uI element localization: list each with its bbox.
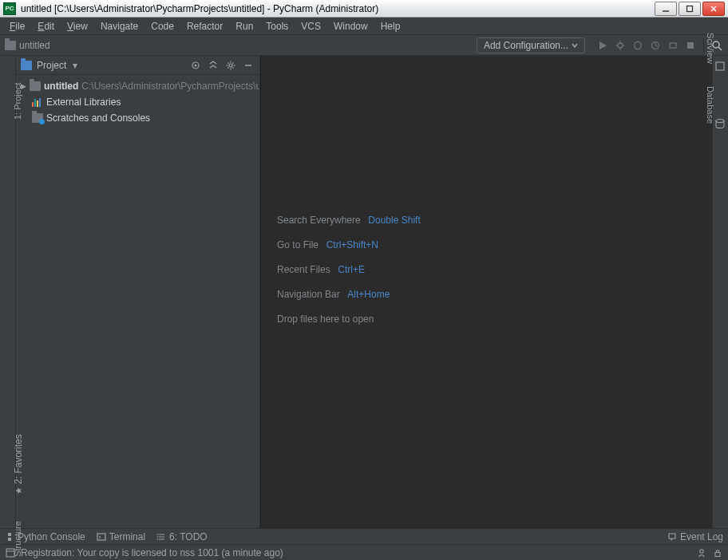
- profile-icon: [651, 41, 660, 50]
- project-header-folder-icon: [21, 61, 32, 70]
- collapse-icon: [208, 61, 218, 70]
- svg-point-34: [157, 534, 159, 535]
- tree-node-scratches[interactable]: Scratches and Consoles: [16, 110, 259, 126]
- gear-icon: [226, 61, 235, 70]
- close-button[interactable]: [702, 2, 725, 16]
- window-controls: [655, 2, 725, 16]
- svg-point-17: [195, 64, 197, 66]
- toolbar-separator: [703, 38, 704, 53]
- project-view-chevron-icon[interactable]: ▾: [73, 60, 77, 71]
- attach-button[interactable]: [667, 39, 679, 52]
- add-configuration-button[interactable]: Add Configuration...: [477, 37, 585, 53]
- menu-view[interactable]: View: [61, 18, 94, 34]
- editor-area[interactable]: Search Everywhere Double Shift Go to Fil…: [260, 56, 712, 528]
- terminal-icon: [97, 532, 106, 542]
- coverage-icon: [633, 41, 643, 50]
- menu-navigate[interactable]: Navigate: [94, 18, 144, 34]
- target-icon: [191, 61, 200, 70]
- svg-rect-30: [97, 534, 105, 540]
- collapse-all-button[interactable]: [207, 59, 220, 72]
- menu-bar: File Edit View Navigate Code Refactor Ru…: [0, 18, 728, 35]
- database-icon: [714, 118, 726, 129]
- menu-code[interactable]: Code: [144, 18, 180, 34]
- svg-rect-1: [687, 6, 693, 11]
- menu-run[interactable]: Run: [229, 18, 259, 34]
- inspector-icon: [697, 548, 706, 558]
- add-configuration-label: Add Configuration...: [484, 40, 568, 51]
- stop-button[interactable]: [684, 39, 697, 52]
- menu-file[interactable]: File: [3, 18, 31, 34]
- toolwindow-todo[interactable]: 6: TODO: [156, 531, 208, 542]
- scratches-label: Scratches and Consoles: [46, 112, 150, 124]
- attach-icon: [668, 41, 678, 50]
- svg-point-4: [618, 43, 623, 48]
- menu-tools[interactable]: Tools: [259, 18, 295, 34]
- menu-help-label: Help: [381, 21, 401, 32]
- menu-run-label: Run: [235, 21, 253, 32]
- hint-navbar-kbd: Alt+Home: [347, 289, 390, 300]
- python-console-label: Python Console: [18, 531, 85, 542]
- tree-root-path: C:\Users\Administrator\PycharmProjects\u: [81, 81, 259, 92]
- hint-goto-kbd: Ctrl+Shift+N: [326, 239, 378, 250]
- menu-vcs[interactable]: VCS: [295, 18, 327, 34]
- hint-search-everywhere: Search Everywhere Double Shift: [277, 214, 696, 226]
- debug-button[interactable]: [614, 39, 627, 52]
- minimize-button[interactable]: [655, 2, 677, 16]
- menu-refactor-label: Refactor: [187, 21, 223, 32]
- editor-empty-hints: Search Everywhere Double Shift Go to Fil…: [277, 214, 696, 337]
- svg-rect-40: [715, 552, 720, 556]
- stop-icon: [686, 41, 694, 49]
- tree-node-project-root[interactable]: ▶ untitledC:\Users\Administrator\Pycharm…: [16, 78, 259, 94]
- rail-tab-structure[interactable]: 7: Structure: [13, 521, 22, 560]
- menu-view-label: View: [67, 21, 88, 32]
- run-with-coverage-button[interactable]: [631, 39, 644, 52]
- libraries-icon: [32, 97, 43, 107]
- breadcrumb[interactable]: untitled: [5, 40, 50, 51]
- menu-refactor[interactable]: Refactor: [180, 18, 229, 34]
- rail-tab-project[interactable]: 1: Project: [13, 83, 22, 120]
- hide-panel-button[interactable]: [242, 59, 255, 72]
- hint-navbar-label: Navigation Bar: [277, 289, 340, 300]
- play-icon: [598, 41, 607, 50]
- hint-search-label: Search Everywhere: [277, 215, 361, 226]
- bottom-tool-bar: Python Console Terminal 6: TODO Event Lo…: [0, 528, 728, 544]
- svg-rect-13: [687, 42, 694, 49]
- project-panel-header: Project ▾: [16, 56, 259, 75]
- menu-edit[interactable]: Edit: [31, 18, 61, 34]
- menu-window-label: Window: [334, 21, 368, 32]
- hint-recent-kbd: Ctrl+E: [338, 264, 365, 275]
- panel-settings-button[interactable]: [224, 59, 237, 72]
- menu-file-label: File: [10, 21, 25, 32]
- rail-tab-favorites[interactable]: ★ 2: Favorites: [13, 434, 24, 495]
- maximize-button[interactable]: [679, 2, 701, 16]
- menu-window[interactable]: Window: [327, 18, 374, 34]
- chevron-down-icon: [572, 42, 578, 49]
- svg-line-25: [232, 62, 233, 63]
- toolwindow-terminal[interactable]: Terminal: [97, 531, 145, 542]
- project-panel-title[interactable]: Project: [37, 60, 66, 71]
- menu-code-label: Code: [151, 21, 174, 32]
- hint-navigation-bar: Navigation Bar Alt+Home: [277, 288, 696, 300]
- run-button[interactable]: [596, 39, 609, 52]
- rail-tab-database[interactable]: Database: [706, 86, 715, 124]
- svg-line-24: [232, 67, 233, 68]
- toolbar: untitled Add Configuration...: [0, 35, 728, 56]
- tree-node-external-libraries[interactable]: External Libraries: [16, 94, 259, 110]
- status-message: Registration: Your copy is licensed to n…: [21, 547, 283, 558]
- toolwindow-event-log[interactable]: Event Log: [667, 531, 723, 542]
- tree-root-name: untitled: [44, 81, 78, 92]
- terminal-label: Terminal: [109, 531, 145, 542]
- folder-icon: [30, 81, 41, 91]
- hector-inspector-button[interactable]: [696, 547, 707, 558]
- svg-point-39: [700, 549, 703, 552]
- rail-tab-sciview[interactable]: SciView: [706, 33, 715, 64]
- lock-indicator[interactable]: [712, 547, 723, 558]
- hint-drop-files: Drop files here to open: [277, 313, 696, 325]
- locate-button[interactable]: [189, 59, 202, 72]
- event-log-icon: [667, 532, 677, 542]
- menu-help[interactable]: Help: [374, 18, 407, 34]
- menu-vcs-label: VCS: [301, 21, 321, 32]
- project-tree: ▶ untitledC:\Users\Administrator\Pycharm…: [16, 75, 259, 129]
- profile-button[interactable]: [649, 39, 662, 52]
- pycharm-app-icon: [3, 2, 16, 15]
